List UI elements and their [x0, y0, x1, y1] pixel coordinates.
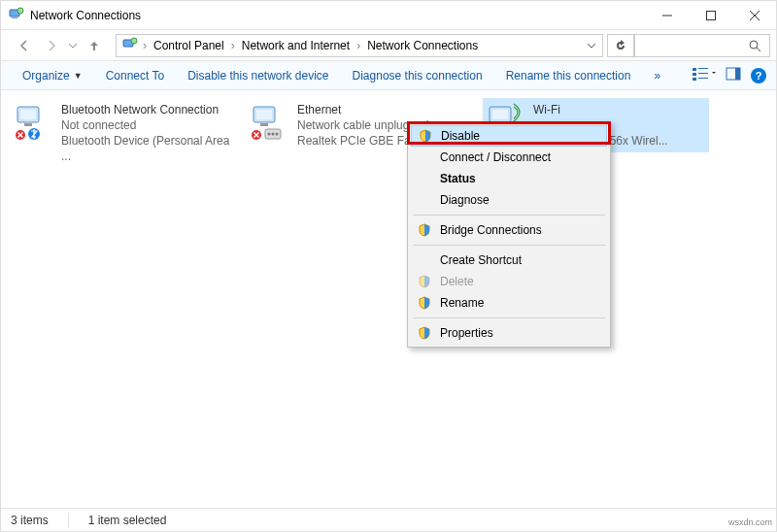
connect-to-button[interactable]: Connect To	[94, 61, 177, 89]
svg-rect-13	[693, 73, 696, 76]
connections-area: Bluetooth Network Connection Not connect…	[1, 90, 776, 508]
watermark: wsxdn.com	[728, 517, 772, 527]
shield-icon	[417, 326, 432, 340]
svg-rect-21	[24, 123, 32, 126]
ctx-create-shortcut[interactable]: Create Shortcut	[411, 249, 607, 271]
shield-icon	[417, 296, 432, 310]
ctx-delete: Delete	[411, 271, 607, 292]
chevron-down-icon[interactable]	[587, 41, 596, 50]
svg-rect-20	[20, 110, 36, 119]
network-adapter-icon	[15, 102, 53, 143]
ctx-label: Diagnose	[440, 193, 490, 207]
search-input[interactable]	[634, 34, 770, 57]
ctx-diagnose[interactable]: Diagnose	[411, 189, 607, 211]
ctx-label: Create Shortcut	[440, 253, 522, 267]
title-bar: Network Connections	[1, 1, 776, 30]
ctx-label: Delete	[440, 275, 474, 288]
chevron-down-icon: ▼	[74, 71, 83, 81]
toolbar-overflow[interactable]: »	[642, 61, 672, 89]
network-adapter-icon	[251, 102, 289, 143]
connection-name: Ethernet	[297, 102, 428, 117]
svg-rect-12	[698, 68, 708, 69]
organize-menu[interactable]: Organize ▼	[11, 61, 94, 89]
preview-pane-button[interactable]	[726, 66, 741, 84]
svg-rect-15	[693, 78, 696, 81]
ctx-rename[interactable]: Rename	[411, 292, 607, 314]
chevron-right-icon: ›	[142, 39, 148, 52]
maximize-button[interactable]	[689, 1, 732, 30]
disable-device-button[interactable]: Disable this network device	[176, 61, 340, 89]
rename-button[interactable]: Rename this connection	[494, 61, 643, 89]
svg-rect-25	[256, 110, 272, 119]
organize-label: Organize	[22, 69, 70, 83]
recent-dropdown[interactable]	[65, 34, 81, 57]
chevron-right-icon: ›	[355, 39, 361, 52]
svg-rect-11	[693, 68, 696, 71]
svg-point-2	[17, 8, 23, 14]
connection-device: Bluetooth Device (Personal Area ...	[61, 133, 233, 164]
context-menu: Disable Connect / Disconnect Status Diag…	[407, 121, 611, 348]
svg-line-10	[757, 48, 760, 51]
breadcrumb[interactable]: › Control Panel › Network and Internet ›…	[116, 34, 603, 57]
chevron-right-icon: ›	[230, 39, 236, 52]
refresh-button[interactable]	[607, 34, 634, 57]
ctx-disable[interactable]: Disable	[411, 125, 607, 147]
breadcrumb-item[interactable]: Control Panel	[152, 39, 226, 52]
shield-icon	[417, 275, 432, 288]
ctx-status[interactable]: Status	[411, 168, 607, 189]
separator	[413, 245, 605, 246]
breadcrumb-root-icon	[122, 36, 138, 54]
close-button[interactable]	[732, 1, 776, 30]
shield-icon	[418, 129, 433, 143]
svg-rect-1	[12, 17, 17, 18]
svg-point-8	[131, 38, 137, 44]
window-title: Network Connections	[30, 9, 141, 22]
separator	[413, 215, 605, 216]
address-bar: › Control Panel › Network and Internet ›…	[1, 30, 776, 61]
status-bar: 3 items 1 item selected	[1, 508, 776, 531]
connection-name: Bluetooth Network Connection	[61, 102, 233, 117]
window-controls	[645, 1, 776, 30]
svg-point-29	[268, 133, 271, 136]
ctx-label: Bridge Connections	[440, 223, 542, 237]
svg-rect-16	[698, 78, 708, 79]
ctx-properties[interactable]: Properties	[411, 322, 607, 344]
breadcrumb-item[interactable]: Network Connections	[365, 39, 480, 52]
shield-icon	[417, 223, 432, 237]
svg-point-9	[750, 41, 758, 49]
ctx-label: Connect / Disconnect	[440, 150, 551, 164]
svg-point-31	[276, 133, 279, 136]
ctx-label: Properties	[440, 326, 493, 340]
forward-button[interactable]	[38, 34, 65, 57]
ctx-label: Disable	[441, 129, 480, 143]
svg-point-30	[272, 133, 275, 136]
svg-rect-26	[260, 123, 268, 126]
minimize-button[interactable]	[645, 1, 689, 30]
back-button[interactable]	[11, 34, 38, 57]
svg-rect-14	[698, 73, 708, 74]
separator	[413, 317, 605, 318]
breadcrumb-item[interactable]: Network and Internet	[240, 39, 352, 52]
app-icon	[9, 6, 24, 24]
status-count: 3 items	[11, 514, 49, 527]
status-selected: 1 item selected	[88, 514, 167, 527]
ctx-connect-disconnect[interactable]: Connect / Disconnect	[411, 147, 607, 168]
connection-item[interactable]: Bluetooth Network Connection Not connect…	[11, 98, 237, 168]
help-button[interactable]: ?	[751, 68, 766, 83]
ctx-label: Status	[440, 172, 476, 185]
ctx-bridge[interactable]: Bridge Connections	[411, 219, 607, 241]
connection-status: Not connected	[61, 117, 233, 133]
search-icon	[748, 39, 761, 52]
up-button[interactable]	[81, 34, 108, 57]
connection-name: Wi-Fi	[533, 102, 668, 117]
ctx-label: Rename	[440, 296, 484, 310]
toolbar: Organize ▼ Connect To Disable this netwo…	[1, 61, 776, 90]
svg-rect-4	[706, 11, 715, 19]
svg-rect-33	[492, 110, 508, 119]
diagnose-button[interactable]: Diagnose this connection	[341, 61, 494, 89]
svg-rect-18	[735, 68, 740, 80]
view-options-button[interactable]	[693, 66, 716, 84]
